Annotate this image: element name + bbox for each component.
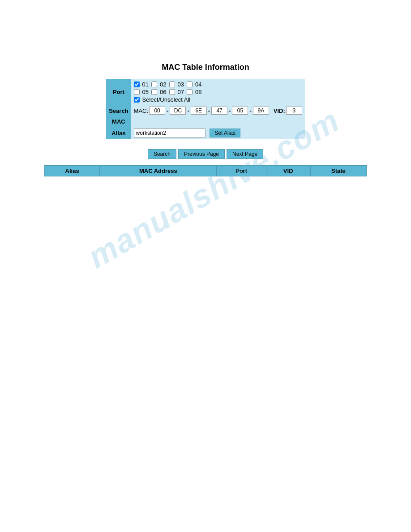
page-title: MAC Table Information bbox=[162, 63, 249, 72]
select-all-row: Select/Unselect All bbox=[134, 96, 302, 103]
mac-field-3[interactable] bbox=[191, 107, 207, 115]
set-alias-button[interactable]: Set Alias bbox=[210, 129, 240, 137]
port-label: Port bbox=[106, 79, 131, 105]
results-header-row: Alias MAC Address Port VID State bbox=[45, 166, 367, 176]
port-08-label: 08 bbox=[195, 89, 201, 95]
col-vid: VID bbox=[266, 166, 310, 176]
port-03-checkbox[interactable] bbox=[169, 82, 175, 87]
port-01-label: 01 bbox=[142, 81, 149, 88]
port-03-label: 03 bbox=[178, 81, 184, 88]
mac-prefix-label: MAC: bbox=[134, 107, 149, 114]
mac-field-6[interactable] bbox=[253, 107, 269, 115]
port-04-label: 04 bbox=[195, 81, 201, 88]
port-02-checkbox[interactable] bbox=[151, 82, 157, 87]
col-port: Port bbox=[217, 166, 266, 176]
results-table: Alias MAC Address Port VID State bbox=[44, 165, 367, 176]
alias-row: Alias Set Alias bbox=[106, 127, 305, 139]
search-label: Search bbox=[106, 105, 131, 116]
alias-input[interactable] bbox=[134, 129, 206, 137]
port-row-1: 01 02 03 04 bbox=[134, 81, 302, 88]
mac-label: MAC bbox=[106, 116, 131, 127]
mac-field-2[interactable] bbox=[170, 107, 186, 115]
mac-sep-2: - bbox=[187, 107, 189, 114]
port-08-checkbox[interactable] bbox=[187, 89, 193, 95]
port-05-checkbox[interactable] bbox=[134, 89, 140, 95]
button-row: Search Previous Page Next Page bbox=[148, 149, 263, 159]
port-06-checkbox[interactable] bbox=[151, 89, 157, 95]
search-button[interactable]: Search bbox=[148, 149, 176, 159]
mac-field-1[interactable] bbox=[149, 107, 165, 115]
select-all-label: Select/Unselect All bbox=[142, 96, 191, 103]
mac-sep-4: - bbox=[228, 107, 231, 114]
alias-content-cell: Set Alias bbox=[131, 127, 305, 139]
col-alias: Alias bbox=[45, 166, 100, 176]
mac-search-row: MAC: - - - - - VID: bbox=[134, 107, 302, 115]
mac-row: MAC bbox=[106, 116, 305, 127]
select-all-checkbox[interactable] bbox=[134, 97, 140, 103]
alias-label: Alias bbox=[106, 127, 131, 139]
next-page-button[interactable]: Next Page bbox=[227, 149, 263, 159]
mac-sep-1: - bbox=[166, 107, 169, 114]
port-row-2: 05 06 07 08 bbox=[134, 89, 302, 95]
port-06-label: 06 bbox=[160, 89, 166, 95]
vid-label: VID: bbox=[274, 107, 285, 114]
port-07-label: 07 bbox=[178, 89, 184, 95]
vid-input[interactable] bbox=[286, 107, 302, 115]
port-04-checkbox[interactable] bbox=[187, 82, 193, 87]
search-row: Search MAC: - - - - - bbox=[106, 105, 305, 116]
col-mac-address: MAC Address bbox=[100, 166, 217, 176]
port-row: Port 01 02 03 04 bbox=[106, 79, 305, 105]
previous-page-button[interactable]: Previous Page bbox=[178, 149, 225, 159]
port-02-label: 02 bbox=[160, 81, 166, 88]
port-05-label: 05 bbox=[142, 89, 149, 95]
port-07-checkbox[interactable] bbox=[169, 89, 175, 95]
port-01-checkbox[interactable] bbox=[134, 82, 140, 87]
mac-sep-3: - bbox=[208, 107, 210, 114]
search-content-cell: MAC: - - - - - VID: bbox=[131, 105, 305, 116]
mac-field-4[interactable] bbox=[211, 107, 227, 115]
mac-content-cell bbox=[131, 116, 305, 127]
form-table: Port 01 02 03 04 bbox=[106, 79, 305, 139]
col-state: State bbox=[310, 166, 366, 176]
mac-sep-5: - bbox=[249, 107, 252, 114]
mac-field-5[interactable] bbox=[232, 107, 248, 115]
port-content-cell: 01 02 03 04 05 06 bbox=[131, 79, 305, 105]
